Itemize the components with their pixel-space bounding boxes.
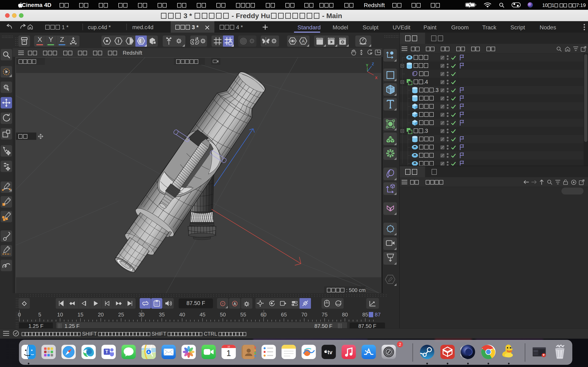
- svg-text:tv: tv: [328, 349, 332, 355]
- svg-text:1: 1: [226, 349, 231, 358]
- svg-text:10: 10: [227, 345, 230, 348]
- svg-text:T: T: [105, 349, 108, 354]
